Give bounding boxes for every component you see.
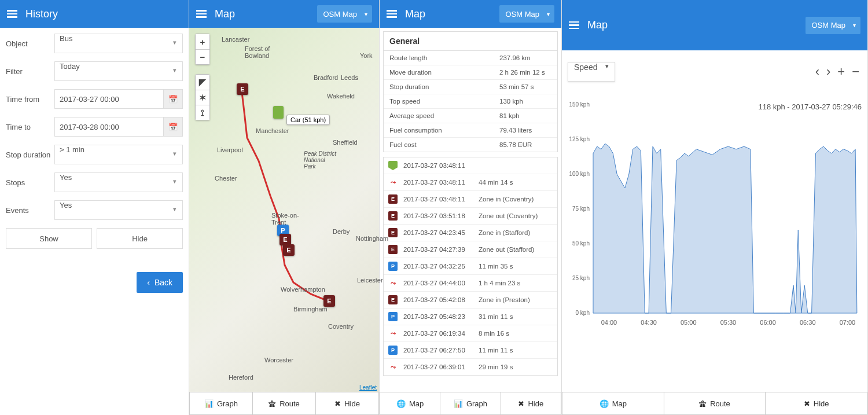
event-marker[interactable]: E — [283, 244, 295, 256]
hide-button[interactable]: Hide — [97, 228, 183, 249]
filter-label: Filter — [6, 67, 54, 76]
event-marker[interactable]: E — [323, 295, 335, 307]
event-row[interactable]: E2017-03-27 05:42:08Zone in (Preston) — [384, 292, 557, 309]
svg-text:75 kph: 75 kph — [572, 205, 590, 212]
svg-text:100 kph: 100 kph — [569, 171, 590, 177]
event-row[interactable]: P2017-03-27 05:48:2331 min 11 s — [384, 309, 557, 325]
graph-icon: 📊 — [204, 399, 214, 408]
map-canvas[interactable]: + − ◤ ✶ ⟟ E Car (51 kph) P E E E Lancast… — [189, 28, 379, 392]
event-row[interactable]: E2017-03-27 03:51:18Zone out (Coventry) — [384, 208, 557, 225]
tab-hide[interactable]: ✖Hide — [766, 392, 867, 415]
graph-icon: 📊 — [454, 399, 463, 408]
calendar-icon[interactable]: 📅 — [163, 89, 183, 109]
time-from-input[interactable] — [54, 89, 163, 109]
event-time: 2017-03-27 03:48:11 — [403, 162, 473, 169]
event-row[interactable]: E2017-03-27 04:27:39Zone out (Stafford) — [384, 241, 557, 258]
panel-title: Map — [405, 8, 425, 20]
stops-label: Stops — [6, 178, 54, 187]
general-key: Fuel consumption — [389, 127, 499, 134]
event-type-icon: E — [388, 194, 398, 204]
map-tooltip: Car (51 kph) — [286, 115, 330, 125]
tab-route[interactable]: 🛣Route — [664, 392, 766, 415]
event-type-icon: E — [388, 245, 398, 254]
chart-zoom-out-icon[interactable]: − — [849, 64, 862, 79]
chart-next-icon[interactable]: › — [824, 64, 833, 79]
menu-icon[interactable] — [387, 10, 397, 18]
event-row[interactable]: ⤳2017-03-27 04:44:001 h 4 min 23 s — [384, 275, 557, 292]
panel-title: History — [25, 8, 58, 20]
event-type-icon: ⤳ — [388, 362, 398, 372]
event-time: 2017-03-27 03:48:11 — [403, 196, 473, 203]
event-time: 2017-03-27 05:48:23 — [403, 313, 473, 320]
route-icon: 🛣 — [269, 399, 276, 408]
chart-zoom-in-icon[interactable]: + — [835, 64, 847, 79]
time-from-label: Time from — [6, 95, 54, 104]
object-label: Object — [6, 39, 54, 48]
event-type-icon: ⤳ — [388, 178, 398, 187]
event-row[interactable]: ⤳2017-03-27 06:39:0129 min 19 s — [384, 359, 557, 376]
show-button[interactable]: Show — [6, 228, 92, 249]
tab-graph[interactable]: 📊Graph — [440, 392, 501, 415]
menu-icon[interactable] — [7, 10, 17, 18]
general-value: 79.43 liters — [499, 127, 551, 134]
map-type-select[interactable]: OSM Map — [499, 5, 554, 23]
event-row[interactable]: ⤳2017-03-27 03:48:1144 min 14 s — [384, 174, 557, 191]
tab-hide[interactable]: ✖Hide — [501, 392, 561, 415]
event-detail: 8 min 16 s — [479, 330, 553, 337]
events-select[interactable]: Yes — [54, 200, 183, 220]
event-row[interactable]: P2017-03-27 06:27:5011 min 11 s — [384, 342, 557, 359]
general-heading: General — [384, 32, 557, 51]
object-select[interactable]: Bus — [54, 34, 183, 53]
event-type-icon: E — [388, 211, 398, 221]
svg-text:25 kph: 25 kph — [572, 275, 590, 281]
event-row[interactable]: ⤳2017-03-27 06:19:348 min 16 s — [384, 325, 557, 342]
back-button[interactable]: ‹Back — [137, 272, 183, 293]
tab-route[interactable]: 🛣Route — [253, 392, 316, 415]
event-detail: Zone in (Stafford) — [479, 229, 553, 236]
map-type-select[interactable]: OSM Map — [806, 17, 860, 34]
filter-select[interactable]: Today — [54, 61, 183, 81]
stops-select[interactable]: Yes — [54, 172, 183, 192]
chart-metric-select[interactable]: Speed — [568, 62, 615, 82]
event-time: 2017-03-27 05:42:08 — [403, 296, 473, 303]
event-row[interactable]: E2017-03-27 04:23:45Zone in (Stafford) — [384, 225, 557, 241]
time-to-input[interactable] — [54, 117, 163, 137]
general-value: 237.96 km — [499, 54, 551, 61]
tab-graph[interactable]: 📊Graph — [189, 392, 253, 415]
event-time: 2017-03-27 03:48:11 — [403, 179, 473, 186]
event-type-icon: ⤳ — [388, 329, 398, 338]
event-row[interactable]: E2017-03-27 03:48:11Zone in (Coventry) — [384, 191, 557, 208]
chart-prev-icon[interactable]: ‹ — [813, 64, 822, 79]
start-marker[interactable] — [273, 106, 284, 119]
general-key: Move duration — [389, 69, 499, 76]
tab-hide[interactable]: ✖Hide — [316, 392, 379, 415]
menu-icon[interactable] — [569, 21, 579, 30]
svg-text:04:00: 04:00 — [601, 319, 617, 326]
speed-chart[interactable]: 0 kph25 kph50 kph75 kph100 kph125 kph150… — [568, 99, 862, 330]
stop-duration-label: Stop duration — [6, 150, 54, 159]
event-marker[interactable]: E — [279, 234, 291, 245]
stop-duration-select[interactable]: > 1 min — [54, 145, 183, 164]
event-row[interactable]: P2017-03-27 04:32:2511 min 35 s — [384, 258, 557, 275]
globe-icon: 🌐 — [396, 399, 406, 408]
menu-icon[interactable] — [196, 10, 207, 18]
globe-icon: 🌐 — [599, 399, 609, 408]
event-time: 2017-03-27 06:39:01 — [403, 363, 473, 370]
chart-tooltip: 118 kph - 2017-03-27 05:29:46 — [758, 102, 862, 111]
event-type-icon: ⤳ — [388, 278, 398, 288]
event-detail: 44 min 14 s — [479, 179, 553, 186]
tab-map[interactable]: 🌐Map — [562, 392, 664, 415]
general-key: Route length — [389, 54, 499, 61]
route-icon: 🛣 — [699, 399, 707, 408]
event-time: 2017-03-27 03:51:18 — [403, 212, 473, 219]
event-row[interactable]: 2017-03-27 03:48:11 — [384, 157, 557, 174]
tab-map[interactable]: 🌐Map — [380, 392, 440, 415]
leaflet-attribution[interactable]: Leaflet — [359, 384, 377, 391]
event-marker[interactable]: E — [237, 83, 248, 95]
event-type-icon — [388, 161, 398, 170]
calendar-icon[interactable]: 📅 — [163, 117, 183, 137]
general-value: 130 kph — [499, 98, 551, 105]
map-type-select[interactable]: OSM Map — [317, 5, 372, 23]
event-time: 2017-03-27 06:27:50 — [403, 347, 473, 354]
event-detail: 29 min 19 s — [479, 363, 553, 370]
